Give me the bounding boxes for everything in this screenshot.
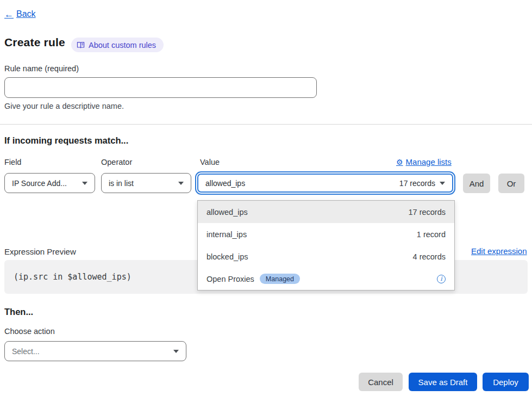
chevron-down-icon: [440, 182, 445, 185]
list-item-open-proxies[interactable]: Open Proxies Managed i: [198, 268, 454, 290]
rule-name-label: Rule name (required): [4, 64, 79, 73]
back-link[interactable]: ←Back: [4, 9, 36, 19]
value-select-value: allowed_ips: [205, 179, 245, 188]
then-section-heading: Then...: [4, 307, 33, 317]
or-button[interactable]: Or: [498, 174, 524, 193]
value-dropdown-listbox: allowed_ips 17 records internal_ips 1 re…: [197, 200, 455, 290]
page-title: Create rule: [4, 36, 65, 49]
list-item-internal-ips[interactable]: internal_ips 1 record: [198, 223, 454, 245]
section-divider: [0, 124, 532, 125]
manage-lists-label: Manage lists: [406, 157, 452, 166]
value-select[interactable]: allowed_ips 17 records: [197, 174, 453, 193]
about-custom-rules-link[interactable]: About custom rules: [71, 38, 164, 52]
chevron-down-icon: [173, 350, 179, 353]
back-link-label: Back: [16, 9, 36, 19]
operator-select[interactable]: is in list: [101, 173, 191, 193]
edit-expression-link[interactable]: Edit expression: [471, 246, 527, 256]
match-section-heading: If incoming requests match...: [4, 135, 128, 146]
field-select-value: IP Source Add...: [12, 179, 67, 188]
list-item-name: allowed_ips: [206, 208, 248, 217]
list-item-count: 17 records: [408, 208, 446, 217]
operator-select-value: is in list: [109, 179, 134, 188]
list-item-name: internal_ips: [206, 230, 247, 239]
rule-name-input[interactable]: [4, 77, 317, 98]
value-select-count: 17 records: [399, 179, 435, 188]
managed-badge: Managed: [260, 274, 300, 284]
action-select-placeholder: Select...: [12, 347, 40, 356]
list-item-allowed-ips[interactable]: allowed_ips 17 records: [198, 201, 454, 223]
field-label: Field: [4, 158, 21, 166]
rule-name-helper: Give your rule a descriptive name.: [4, 102, 124, 110]
value-label: Value: [200, 158, 220, 166]
about-custom-rules-label: About custom rules: [89, 41, 156, 50]
list-item-count: 4 records: [413, 252, 446, 261]
list-item-blocked-ips[interactable]: blocked_ips 4 records: [198, 245, 454, 268]
and-button[interactable]: And: [463, 174, 490, 193]
choose-action-label: Choose action: [4, 327, 55, 336]
manage-lists-link[interactable]: ⚙Manage lists: [396, 157, 452, 166]
list-item-name: Open Proxies: [206, 275, 254, 283]
info-icon[interactable]: i: [437, 275, 446, 283]
create-rule-page: ←Back Create rule About custom rules Rul…: [0, 0, 532, 402]
list-item-name: blocked_ips: [206, 252, 248, 261]
cancel-button[interactable]: Cancel: [359, 373, 403, 391]
save-as-draft-button[interactable]: Save as Draft: [409, 373, 477, 391]
operator-label: Operator: [101, 158, 132, 166]
chevron-down-icon: [178, 182, 184, 185]
chevron-down-icon: [82, 182, 87, 185]
expression-code: (ip.src in $allowed_ips): [14, 272, 132, 282]
expression-preview-label: Expression Preview: [4, 247, 76, 256]
field-select[interactable]: IP Source Add...: [4, 173, 95, 193]
arrow-left-icon: ←: [4, 10, 14, 19]
action-select[interactable]: Select...: [4, 341, 186, 361]
deploy-button[interactable]: Deploy: [483, 373, 529, 391]
list-item-count: 1 record: [417, 230, 446, 239]
book-icon: [77, 41, 85, 49]
gear-icon: ⚙: [396, 158, 403, 166]
